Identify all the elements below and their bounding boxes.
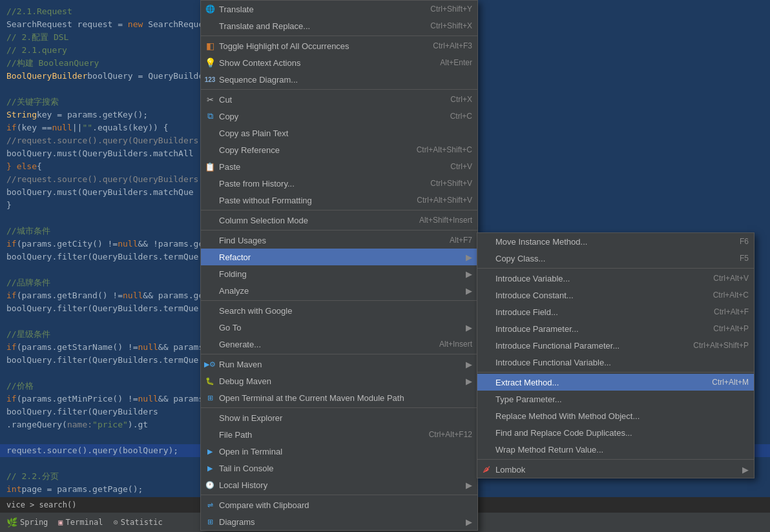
submenu-item-extract-method[interactable]: Extract Method... Ctrl+Alt+M: [477, 374, 754, 391]
submenu-introduce-field-shortcut: Ctrl+Alt+F: [714, 307, 749, 316]
breadcrumb: vice > search(): [6, 500, 76, 509]
menu-item-file-path[interactable]: File Path Ctrl+Alt+F12: [201, 426, 477, 443]
menu-item-compare-clipboard[interactable]: ⇌ Compare with Clipboard: [201, 496, 477, 513]
copy-icon: ⧉: [205, 111, 215, 121]
menu-separator-8: [201, 495, 477, 495]
menu-item-cut[interactable]: ✂ Cut Ctrl+X: [201, 91, 477, 108]
menu-item-local-history[interactable]: 🕐 Local History ▶: [201, 476, 477, 493]
submenu-extract-method-shortcut: Ctrl+Alt+M: [712, 378, 749, 387]
submenu-item-introduce-parameter[interactable]: Introduce Parameter... Ctrl+Alt+P: [477, 320, 754, 337]
submenu-item-introduce-functional-var[interactable]: Introduce Functional Variable...: [477, 354, 754, 371]
menu-item-generate-shortcut: Alt+Insert: [439, 340, 472, 349]
submenu-item-find-replace-duplicates[interactable]: Find and Replace Code Duplicates...: [477, 424, 754, 441]
menu-item-paste-no-format[interactable]: Paste without Formatting Ctrl+Alt+Shift+…: [201, 192, 477, 209]
compare-icon: ⇌: [205, 500, 215, 510]
menu-item-translate-shortcut: Ctrl+Shift+Y: [430, 5, 472, 14]
menu-item-debug-maven[interactable]: 🐛 Debug Maven ▶: [201, 373, 477, 389]
menu-item-find-usages[interactable]: Find Usages Alt+F7: [201, 232, 477, 249]
menu-item-open-terminal-label: Open Terminal at the Current Maven Modul…: [219, 393, 472, 403]
terminal-icon: ▣: [58, 518, 63, 527]
terminal2-icon: ▶: [205, 446, 215, 456]
menu-item-diagrams[interactable]: ⊞ Diagrams ▶: [201, 513, 477, 530]
menu-item-show-explorer[interactable]: Show in Explorer: [201, 409, 477, 426]
submenu-copy-class-label: Copy Class...: [495, 254, 740, 263]
submenu-item-replace-method-object[interactable]: Replace Method With Method Object...: [477, 407, 754, 424]
menu-item-file-path-shortcut: Ctrl+Alt+F12: [429, 430, 472, 439]
submenu-item-wrap-return[interactable]: Wrap Method Return Value...: [477, 441, 754, 458]
submenu-wrap-return-label: Wrap Method Return Value...: [495, 445, 749, 455]
menu-item-paste[interactable]: 📋 Paste Ctrl+V: [201, 158, 477, 175]
submenu-item-move-instance[interactable]: Move Instance Method... F6: [477, 233, 754, 250]
statistic-label: Statistic: [121, 518, 163, 527]
menu-item-translate-replace[interactable]: Translate and Replace... Ctrl+Shift+X: [201, 17, 477, 34]
context-menu: 🌐 Translate Ctrl+Shift+Y Translate and R…: [200, 0, 478, 531]
menu-separator-1: [201, 36, 477, 36]
submenu-find-replace-duplicates-label: Find and Replace Code Duplicates...: [495, 428, 749, 438]
submenu-item-introduce-constant[interactable]: Introduce Constant... Ctrl+Alt+C: [477, 287, 754, 303]
submenu-refactor: Move Instance Method... F6 Copy Class...…: [477, 232, 754, 478]
submenu-separator-3: [477, 459, 754, 460]
menu-item-column-selection[interactable]: Column Selection Mode Alt+Shift+Insert: [201, 212, 477, 229]
menu-item-generate[interactable]: Generate... Alt+Insert: [201, 336, 477, 353]
menu-item-refactor-label: Refactor: [219, 252, 461, 262]
menu-item-diagrams-label: Diagrams: [219, 517, 461, 527]
submenu-item-copy-class[interactable]: Copy Class... F5: [477, 250, 754, 267]
menu-item-find-usages-shortcut: Alt+F7: [450, 236, 472, 245]
menu-item-show-context-shortcut: Alt+Enter: [440, 58, 472, 67]
menu-item-tail-console[interactable]: ▶ Tail in Console: [201, 460, 477, 476]
menu-item-paste-shortcut: Ctrl+V: [450, 162, 472, 171]
submenu-separator-1: [477, 268, 754, 269]
open-terminal-icon: ⊞: [205, 393, 215, 403]
submenu-introduce-variable-shortcut: Ctrl+Alt+V: [713, 274, 749, 283]
menu-separator-3: [201, 210, 477, 210]
submenu-item-introduce-variable[interactable]: Introduce Variable... Ctrl+Alt+V: [477, 270, 754, 287]
menu-item-run-maven[interactable]: ▶⚙ Run Maven ▶: [201, 356, 477, 373]
history-icon: 🕐: [205, 480, 215, 490]
submenu-item-lombok[interactable]: 🌶 Lombok ▶: [477, 461, 754, 478]
lightbulb-icon: 💡: [205, 57, 215, 68]
menu-item-show-context[interactable]: 💡 Show Context Actions Alt+Enter: [201, 54, 477, 71]
submenu-item-introduce-field[interactable]: Introduce Field... Ctrl+Alt+F: [477, 303, 754, 320]
menu-item-copy[interactable]: ⧉ Copy Ctrl+C: [201, 108, 477, 125]
submenu-item-type-parameter[interactable]: Type Parameter...: [477, 391, 754, 407]
submenu-item-introduce-functional-param[interactable]: Introduce Functional Parameter... Ctrl+A…: [477, 337, 754, 354]
debug-maven-arrow-icon: ▶: [466, 376, 472, 386]
menu-item-copy-plain[interactable]: Copy as Plain Text: [201, 125, 477, 141]
menu-item-generate-label: Generate...: [219, 340, 439, 349]
status-statistic[interactable]: ⊙ Statistic: [113, 518, 162, 527]
menu-item-open-terminal[interactable]: ⊞ Open Terminal at the Current Maven Mod…: [201, 389, 477, 406]
local-history-arrow-icon: ▶: [466, 480, 472, 490]
menu-item-tail-console-label: Tail in Console: [219, 464, 472, 473]
menu-item-paste-no-format-shortcut: Ctrl+Alt+Shift+V: [417, 196, 472, 205]
menu-separator-6: [201, 354, 477, 354]
menu-item-compare-clipboard-label: Compare with Clipboard: [219, 500, 472, 510]
status-spring[interactable]: 🌿 Spring: [6, 517, 48, 527]
menu-item-copy-reference[interactable]: Copy Reference Ctrl+Alt+Shift+C: [201, 141, 477, 158]
analyze-arrow-icon: ▶: [466, 286, 472, 296]
cut-icon: ✂: [205, 94, 215, 105]
menu-item-translate[interactable]: 🌐 Translate Ctrl+Shift+Y: [201, 1, 477, 17]
menu-separator-7: [201, 407, 477, 408]
menu-item-open-in-terminal[interactable]: ▶ Open in Terminal: [201, 443, 477, 460]
menu-item-analyze[interactable]: Analyze ▶: [201, 282, 477, 299]
status-terminal[interactable]: ▣ Terminal: [58, 518, 103, 527]
menu-item-toggle-highlight[interactable]: ◧ Toggle Highlight of All Occurrences Ct…: [201, 37, 477, 54]
submenu-copy-class-shortcut: F5: [740, 254, 749, 263]
menu-item-debug-maven-label: Debug Maven: [219, 376, 461, 386]
menu-item-go-to[interactable]: Go To ▶: [201, 319, 477, 336]
menu-item-open-in-terminal-label: Open in Terminal: [219, 447, 472, 456]
goto-arrow-icon: ▶: [466, 323, 472, 332]
menu-item-paste-history-shortcut: Ctrl+Shift+V: [430, 179, 472, 188]
submenu-introduce-functional-param-label: Introduce Functional Parameter...: [495, 341, 693, 351]
submenu-separator-2: [477, 372, 754, 373]
menu-item-copy-label: Copy: [219, 112, 450, 121]
menu-item-go-to-label: Go To: [219, 323, 461, 332]
menu-item-search-google[interactable]: Search with Google: [201, 302, 477, 319]
submenu-introduce-variable-label: Introduce Variable...: [495, 274, 713, 283]
menu-item-analyze-label: Analyze: [219, 286, 461, 296]
menu-item-folding[interactable]: Folding ▶: [201, 265, 477, 282]
menu-item-sequence-diagram[interactable]: 123 Sequence Diagram...: [201, 71, 477, 88]
menu-item-paste-history[interactable]: Paste from History... Ctrl+Shift+V: [201, 175, 477, 192]
menu-item-refactor[interactable]: Refactor ▶: [201, 249, 477, 265]
menu-item-paste-label: Paste: [219, 162, 450, 172]
